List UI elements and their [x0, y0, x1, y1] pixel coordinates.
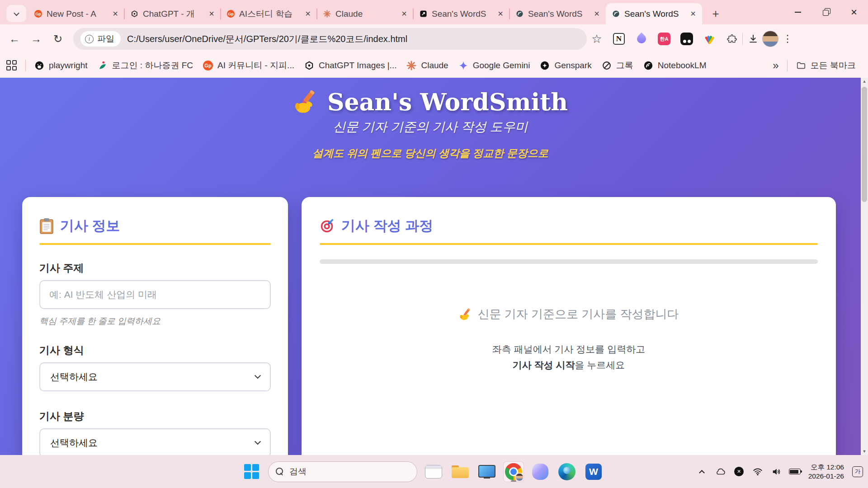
placeholder-body: 좌측 패널에서 기사 정보를 입력하고 기사 작성 시작을 누르세요	[320, 341, 818, 373]
back-button[interactable]: ←	[4, 28, 25, 50]
ime-icon: 가	[852, 466, 863, 477]
extensions-menu-button[interactable]	[723, 30, 741, 47]
restore-icon	[823, 9, 829, 15]
page-scrollbar[interactable]: ▲ ▼	[861, 78, 868, 455]
maximize-button[interactable]	[812, 0, 840, 24]
rainbow-extension-button[interactable]	[701, 30, 718, 47]
github-icon	[34, 61, 44, 70]
quill-extension-button[interactable]	[633, 30, 650, 47]
chevron-down-icon	[255, 372, 261, 379]
bookmark-claude[interactable]: Claude	[401, 58, 453, 73]
length-select[interactable]: 선택하세요	[39, 428, 271, 455]
article-info-heading-text: 기사 정보	[60, 216, 120, 235]
bookmark-chatgpt-images[interactable]: ChatGPT Images |...	[299, 58, 401, 73]
x-app-tray-button[interactable]: ✕	[732, 463, 746, 481]
tab-claude[interactable]: Claude ×	[317, 3, 413, 24]
all-bookmarks-button[interactable]: 모든 북마크	[791, 57, 861, 74]
bookmark-label: 로그인 : 하나증권 FC	[112, 60, 193, 71]
volume-button[interactable]	[769, 463, 783, 481]
globe-icon	[612, 10, 620, 18]
close-window-button[interactable]: ×	[840, 0, 868, 24]
apps-grid-icon[interactable]	[6, 60, 17, 71]
scheme-chip-label: 파일	[97, 33, 114, 45]
bookmark-gpters[interactable]: Gp AI 커뮤니티 - 지피...	[198, 57, 299, 74]
new-tab-button[interactable]: +	[707, 5, 725, 23]
close-icon[interactable]: ×	[110, 9, 121, 19]
minimize-icon	[795, 12, 801, 13]
tray-expand-button[interactable]	[695, 463, 709, 481]
taskbar-clock[interactable]: 오후 12:06 2026-01-26	[807, 463, 846, 481]
page-title-text: Sean's WordSmith	[327, 88, 568, 117]
battery-button[interactable]	[788, 463, 802, 481]
ime-indicator[interactable]: 가	[851, 463, 864, 481]
onedrive-button[interactable]	[714, 463, 727, 481]
dots-extension-button[interactable]	[678, 30, 695, 47]
battery-icon	[789, 469, 801, 474]
edge-button[interactable]	[557, 461, 577, 482]
tab-wordsmith-export[interactable]: Sean's WordS ×	[413, 3, 509, 24]
profile-button[interactable]	[762, 30, 779, 47]
tab-wordsmith-2[interactable]: Sean's WordS ×	[509, 3, 606, 24]
profile-badge	[515, 473, 524, 482]
word-button[interactable]: W	[583, 461, 604, 482]
windows-logo-icon	[244, 464, 259, 479]
scroll-down-arrow[interactable]: ▼	[861, 448, 868, 455]
scheme-chip[interactable]: i 파일	[80, 31, 121, 47]
notion-extension-button[interactable]: N	[610, 30, 627, 47]
close-icon[interactable]: ×	[302, 9, 313, 19]
tab-ai-study[interactable]: Gp AI스터디 학습 ×	[221, 3, 317, 24]
bookmark-hana[interactable]: 로그인 : 하나증권 FC	[93, 57, 198, 74]
bookmark-notebooklm[interactable]: NotebookLM	[638, 58, 712, 73]
chrome-button[interactable]	[503, 461, 524, 482]
claude-icon	[406, 61, 416, 70]
format-select[interactable]: 선택하세요	[39, 362, 271, 391]
translator-extension-button[interactable]: 한A	[656, 30, 673, 47]
tab-new-post[interactable]: Gp New Post - A ×	[28, 3, 124, 24]
toolbar-divider	[742, 33, 743, 45]
gpters-icon: Gp	[34, 10, 42, 18]
page-title: Sean's WordSmith	[293, 88, 568, 117]
writing-process-heading-text: 기사 작성 과정	[341, 216, 433, 235]
scrollbar-thumb[interactable]	[862, 87, 867, 202]
bookmark-genspark[interactable]: Genspark	[535, 58, 596, 73]
bookmark-gemini[interactable]: Google Gemini	[453, 58, 535, 73]
copilot-button[interactable]	[530, 461, 551, 482]
minimize-button[interactable]	[784, 0, 812, 24]
writing-hand-icon	[459, 308, 472, 321]
bookmarks-overflow-button[interactable]: »	[768, 59, 783, 72]
downloads-button[interactable]	[745, 30, 762, 47]
bookmark-label: AI 커뮤니티 - 지피...	[217, 60, 294, 71]
task-view-button[interactable]	[423, 461, 444, 482]
info-icon: i	[85, 35, 94, 43]
start-button[interactable]	[241, 461, 262, 482]
topic-input[interactable]	[39, 280, 271, 309]
bookmark-playwright[interactable]: playwright	[29, 58, 93, 73]
file-explorer-button[interactable]	[450, 461, 471, 482]
taskbar-search[interactable]: 검색	[268, 461, 417, 482]
bookmark-grok[interactable]: 그록	[597, 57, 638, 74]
close-icon[interactable]: ×	[495, 9, 506, 19]
bookmark-star-button[interactable]: ☆	[587, 29, 607, 49]
scroll-up-arrow[interactable]: ▲	[861, 78, 868, 85]
tab-chatgpt[interactable]: ChatGPT - 개 ×	[124, 3, 221, 24]
browser-menu-button[interactable]: ⋮	[779, 30, 796, 47]
wifi-button[interactable]	[751, 463, 764, 481]
tab-title: New Post - A	[47, 9, 107, 19]
forward-button[interactable]: →	[25, 28, 47, 50]
tab-search-button[interactable]	[6, 5, 26, 22]
tab-wordsmith-active[interactable]: Sean's WordS ×	[606, 3, 702, 24]
display-app-button[interactable]	[476, 461, 497, 482]
url-text[interactable]: C:/Users/user/OneDrive/문서/GPTers/20기/클로드…	[127, 33, 407, 45]
notebooklm-icon	[643, 61, 653, 70]
reload-button[interactable]: ↻	[47, 28, 69, 50]
placeholder-title-text: 신문 기자 기준으로 기사를 작성합니다	[478, 306, 679, 322]
export-icon	[420, 10, 427, 18]
close-icon[interactable]: ×	[399, 9, 410, 19]
bookmark-label: Genspark	[554, 61, 591, 70]
close-icon[interactable]: ×	[206, 9, 217, 19]
address-bar[interactable]: i 파일 C:/Users/user/OneDrive/문서/GPTers/20…	[73, 28, 587, 50]
placeholder-title: 신문 기자 기준으로 기사를 작성합니다	[459, 306, 679, 322]
window-controls: ×	[784, 0, 868, 24]
close-icon[interactable]: ×	[688, 9, 698, 19]
close-icon[interactable]: ×	[591, 9, 602, 19]
